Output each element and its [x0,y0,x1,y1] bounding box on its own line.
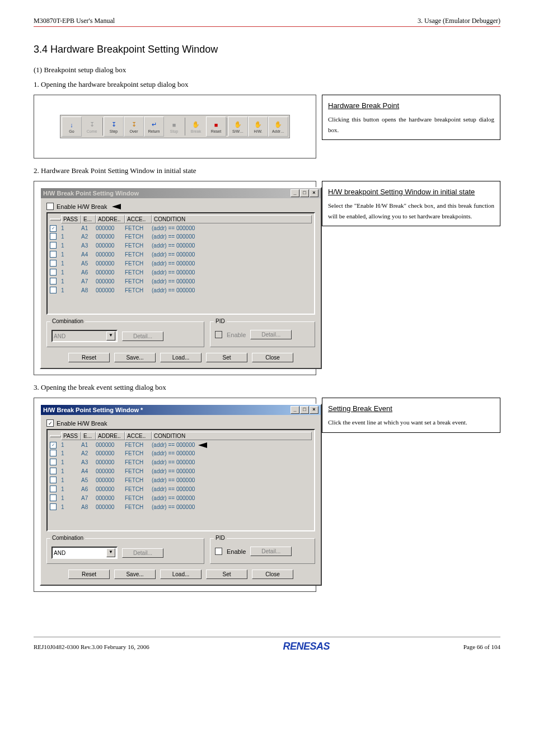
combination-value: AND [54,333,65,339]
close-button[interactable]: Close [252,353,293,362]
column-header[interactable]: E... [81,215,96,223]
list-item[interactable]: 1A5000000FETCH(addr) == 000000 [49,476,313,485]
list-item[interactable]: 1A3000000FETCH(addr) == 000000 [49,241,313,250]
list-item[interactable]: 1A4000000FETCH(addr) == 000000 [49,250,313,259]
list-item[interactable]: 1A7000000FETCH(addr) == 000000 [49,494,313,503]
row-checkbox[interactable] [50,486,57,492]
list-item[interactable]: 1A5000000FETCH(addr) == 000000 [49,259,313,268]
minimize-icon[interactable]: _ [291,406,299,414]
pid-enable-label: Enable [227,332,246,338]
row-checkbox[interactable] [50,450,57,456]
list-item[interactable]: 1A8000000FETCH(addr) == 000000 [49,286,313,295]
cell: FETCH [125,442,152,448]
row-checkbox[interactable] [50,468,57,474]
row-checkbox[interactable] [50,260,57,267]
list-item[interactable]: 1A6000000FETCH(addr) == 000000 [49,268,313,277]
list-item[interactable]: 1A3000000FETCH(addr) == 000000 [49,458,313,467]
toolbar-reset-button[interactable]: ■Reset [206,116,226,137]
enable-hw-break-checkbox[interactable] [46,203,54,210]
combination-legend: Combination [50,318,85,324]
column-header[interactable]: CONDITION [152,215,312,223]
save-button[interactable]: Save... [114,570,156,579]
row-checkbox[interactable] [50,287,57,293]
enable-hw-break-checkbox[interactable]: ✓ [46,419,54,427]
row-checkbox[interactable] [50,269,57,276]
cell: A3 [81,242,96,249]
toolbar-addr-button[interactable]: ✋Addr… [268,116,288,137]
toolbar-label: Stop [170,129,178,133]
breakpoint-list: PASSE...ADDRE..ACCE..CONDITION✓1A1000000… [46,212,315,315]
cell: 000000 [96,495,125,501]
dialog-figure-initial: H/W Break Point Setting Window_□×Enable … [34,181,316,375]
note-box-2: H/W breakpoint Setting Window in initial… [322,181,500,226]
list-item[interactable]: 1A4000000FETCH(addr) == 000000 [49,467,313,476]
toolbar-label: Reset [211,129,221,133]
column-header[interactable]: CONDITION [152,432,312,440]
load-button[interactable]: Load... [160,353,202,362]
row-checkbox[interactable] [50,477,57,483]
chevron-down-icon[interactable]: ▼ [106,548,115,557]
list-item[interactable]: 1A2000000FETCH(addr) == 000000 [49,232,313,241]
cell: 1 [61,504,81,510]
column-header[interactable] [50,218,61,221]
close-button[interactable]: Close [252,570,293,579]
toolbar-step-button[interactable]: ↧Step [104,116,124,137]
load-button[interactable]: Load... [160,570,202,579]
list-item[interactable]: 1A6000000FETCH(addr) == 000000 [49,485,313,494]
pid-enable-checkbox[interactable] [215,548,222,555]
row-checkbox[interactable] [50,251,57,258]
column-header[interactable]: ADDRE.. [96,432,125,440]
cell: 1 [61,468,81,474]
list-item[interactable]: 1A7000000FETCH(addr) == 000000 [49,277,313,286]
cell: A8 [81,287,96,293]
list-item[interactable]: 1A8000000FETCH(addr) == 000000 [49,503,313,512]
maximize-icon[interactable]: □ [300,189,309,197]
cell: A6 [81,269,96,276]
window-titlebar[interactable]: H/W Break Point Setting Window_□× [41,188,321,198]
list-item[interactable]: ✓1A1000000FETCH(addr) == 000000 [49,441,313,449]
note3-title: Setting Break Event [328,403,494,415]
row-checkbox[interactable] [50,459,57,465]
close-icon[interactable]: × [310,406,318,414]
row-checkbox[interactable] [50,494,57,501]
save-button[interactable]: Save... [114,353,156,362]
toolbar-return-button[interactable]: ↵Return [144,116,164,137]
footer-left: REJ10J0482-0300 Rev.3.00 February 16, 20… [34,643,149,650]
cell: 1 [61,450,81,456]
list-item[interactable]: 1A2000000FETCH(addr) == 000000 [49,449,313,458]
column-header[interactable]: PASS [61,215,81,223]
toolbar-sw-button[interactable]: ✋S/W… [228,116,248,137]
toolbar-over-button[interactable]: ↧Over [124,116,144,137]
row-checkbox[interactable] [50,278,57,284]
reset-button[interactable]: Reset [68,570,110,579]
column-header[interactable]: E... [81,432,96,440]
column-header[interactable]: PASS [61,432,81,440]
row-checkbox[interactable]: ✓ [50,225,57,232]
toolbar-hw-button[interactable]: ✋H/W. [248,116,268,137]
set-button[interactable]: Set [206,570,247,579]
cell: A5 [81,260,96,267]
list-item[interactable]: ✓1A1000000FETCH(addr) == 000000 [49,224,313,232]
column-header[interactable] [50,435,61,437]
row-checkbox[interactable] [50,242,57,249]
toolbar-go-button[interactable]: ↓Go [62,116,82,137]
minimize-icon[interactable]: _ [291,189,299,197]
set-button[interactable]: Set [206,353,247,362]
window-titlebar[interactable]: H/W Break Point Setting Window *_□× [41,405,321,415]
cell-condition: (addr) == 000000 [152,486,312,492]
column-header[interactable]: ACCE.. [125,215,152,223]
row-checkbox[interactable] [50,233,57,240]
combination-select[interactable]: AND▼ [51,547,118,559]
hw-icon: ✋ [254,120,263,129]
cell: FETCH [125,459,152,465]
cell: 000000 [96,287,125,293]
row-checkbox[interactable] [50,503,57,510]
maximize-icon[interactable]: □ [300,406,309,414]
reset-button[interactable]: Reset [68,353,110,362]
column-header[interactable]: ACCE.. [125,432,152,440]
row-checkbox[interactable]: ✓ [50,442,57,449]
cell-condition: (addr) == 000000 [152,260,312,267]
close-icon[interactable]: × [310,189,318,197]
column-header[interactable]: ADDRE.. [96,215,125,223]
enable-hw-break-label: Enable H/W Break [57,420,107,427]
